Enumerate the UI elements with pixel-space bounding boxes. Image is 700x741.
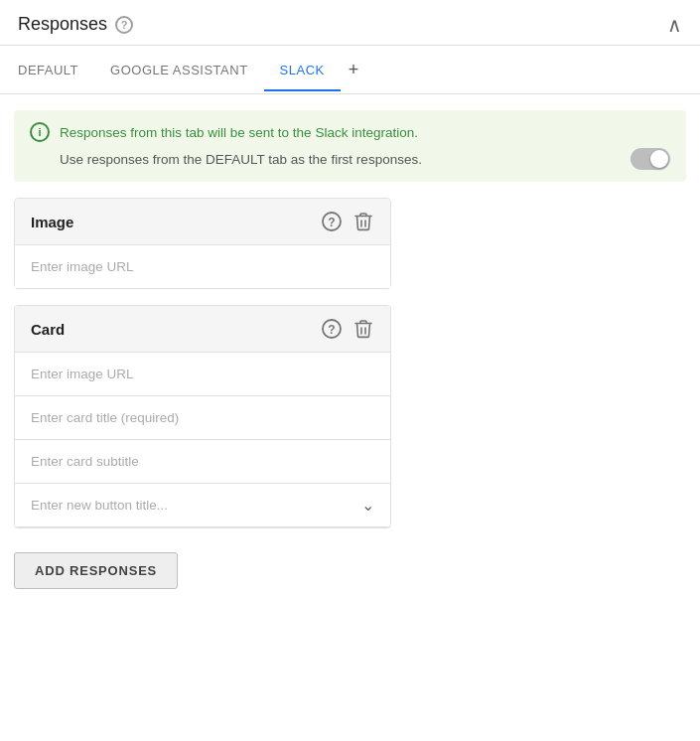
header-left: Responses ?: [18, 14, 133, 35]
card-card-header: Card ?: [15, 306, 390, 353]
card-image-url-input[interactable]: [15, 353, 390, 396]
chevron-down-icon[interactable]: ⌄: [361, 496, 374, 515]
toggle-thumb: [650, 150, 668, 168]
tab-google-assistant[interactable]: GOOGLE ASSISTANT: [94, 49, 264, 91]
info-banner-bottom: Use responses from the DEFAULT tab as th…: [30, 148, 670, 170]
page-header: Responses ? ∧: [0, 0, 700, 46]
info-banner-top: i Responses from this tab will be sent t…: [30, 122, 670, 142]
image-url-input[interactable]: [15, 245, 390, 288]
svg-text:?: ?: [328, 216, 335, 229]
image-card-header: Image ?: [15, 199, 390, 245]
tab-default[interactable]: DEFAULT: [18, 49, 94, 91]
collapse-icon[interactable]: ∧: [667, 15, 682, 35]
info-gray-text: Use responses from the DEFAULT tab as th…: [60, 152, 422, 167]
header-help-icon[interactable]: ?: [115, 16, 133, 34]
svg-text:?: ?: [328, 323, 335, 337]
card-card: Card ? ⌄: [14, 305, 391, 528]
info-green-text: Responses from this tab will be sent to …: [60, 125, 418, 140]
tab-slack[interactable]: SLACK: [264, 49, 341, 91]
image-card: Image ?: [14, 198, 391, 289]
image-card-delete-icon[interactable]: [352, 211, 374, 232]
card-card-title: Card: [31, 321, 65, 338]
card-button-title-input[interactable]: [15, 484, 361, 526]
card-card-icons: ?: [321, 318, 374, 340]
page-title: Responses: [18, 14, 107, 35]
card-card-body: ⌄: [15, 353, 390, 527]
info-banner: i Responses from this tab will be sent t…: [14, 110, 686, 182]
footer: ADD RESPONSES: [0, 544, 700, 609]
cards-area: Image ? Card: [0, 182, 700, 544]
add-responses-button[interactable]: ADD RESPONSES: [14, 552, 178, 589]
image-card-body: [15, 245, 390, 288]
image-card-help-icon[interactable]: ?: [321, 211, 343, 232]
image-card-icons: ?: [321, 211, 374, 232]
card-button-title-row: ⌄: [15, 484, 390, 527]
default-tab-toggle[interactable]: [630, 148, 670, 170]
card-subtitle-input[interactable]: [15, 440, 390, 484]
tab-add[interactable]: +: [341, 46, 367, 94]
card-card-delete-icon[interactable]: [352, 318, 374, 340]
image-card-title: Image: [31, 214, 73, 230]
info-icon: i: [30, 122, 50, 142]
card-title-input[interactable]: [15, 396, 390, 440]
card-card-help-icon[interactable]: ?: [321, 318, 343, 340]
tabs-bar: DEFAULT GOOGLE ASSISTANT SLACK +: [0, 46, 700, 94]
